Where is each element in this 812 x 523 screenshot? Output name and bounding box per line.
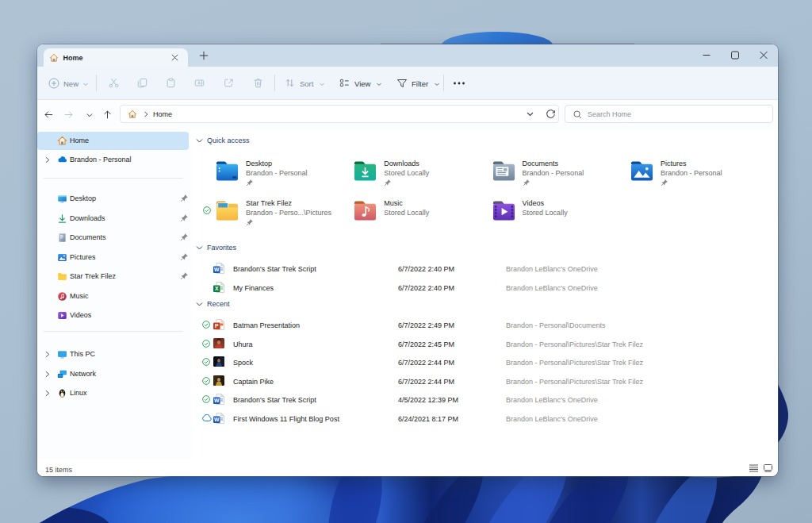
svg-text:P: P xyxy=(215,323,219,329)
svg-text:W: W xyxy=(214,417,220,422)
svg-text:W: W xyxy=(214,267,220,272)
svg-text:X: X xyxy=(215,286,219,291)
svg-text:W: W xyxy=(214,398,220,403)
